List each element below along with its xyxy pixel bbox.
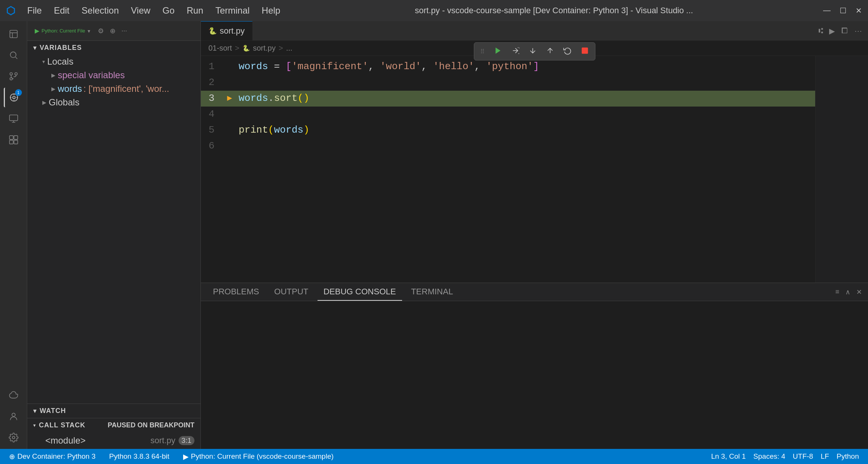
stop-button[interactable] <box>579 45 590 58</box>
special-variables-item[interactable]: ▶ special variables <box>27 68 200 82</box>
tab-sort-py[interactable]: 🐍 sort.py <box>201 21 253 40</box>
svg-point-1 <box>10 52 16 57</box>
restart-button[interactable] <box>562 45 573 58</box>
statusbar-language[interactable]: Python <box>834 452 862 461</box>
activity-search[interactable] <box>4 45 23 65</box>
breadcrumb-file[interactable]: sort.py <box>253 44 276 53</box>
token-bracket-open: [ <box>286 61 292 72</box>
tab-debug-console[interactable]: DEBUG CONSOLE <box>318 283 402 301</box>
split-editor-icon[interactable]: ⑆ <box>819 26 823 35</box>
config-dropdown-icon: ▾ <box>88 28 90 34</box>
menu-view[interactable]: View <box>126 4 155 17</box>
run-file-icon[interactable]: ▶ <box>829 26 835 36</box>
menu-run[interactable]: Run <box>182 4 208 17</box>
activity-source-control[interactable] <box>4 67 23 86</box>
words-variable-item[interactable]: ▶ words : ['magnificent', 'wor... <box>27 82 200 96</box>
svg-point-13 <box>12 436 15 439</box>
activity-account[interactable] <box>4 407 23 426</box>
statusbar-ln-col[interactable]: Ln 3, Col 1 <box>708 452 749 461</box>
tab-output[interactable]: OUTPUT <box>268 283 314 301</box>
menu-selection[interactable]: Selection <box>77 4 123 17</box>
layout-icon[interactable]: ⧠ <box>841 26 848 35</box>
statusbar-eol[interactable]: LF <box>818 452 832 461</box>
line-content-5[interactable]: print(words) <box>236 122 815 138</box>
activity-bar: 1 <box>0 21 27 449</box>
tab-terminal[interactable]: TERMINAL <box>405 283 459 301</box>
activity-explorer[interactable] <box>4 24 23 44</box>
menu-go[interactable]: Go <box>158 4 179 17</box>
callstack-frame-name: <module> <box>45 435 151 446</box>
breadcrumb-ellipsis[interactable]: ... <box>286 44 293 53</box>
token-words-1: words <box>239 61 268 72</box>
callstack-frame-position: 3:1 <box>179 436 194 445</box>
menu-terminal[interactable]: Terminal <box>211 4 254 17</box>
debug-play-button[interactable]: ▶ Python: Current File ▾ <box>32 26 93 36</box>
debug-gear-icon[interactable]: ⚙ <box>96 25 105 37</box>
debug-user-icon[interactable]: ⊕ <box>108 25 117 37</box>
svg-marker-14 <box>495 47 500 54</box>
editor-tabs: 🐍 sort.py ⑆ ▶ ⧠ ⋯ <box>201 21 868 41</box>
line-content-2[interactable] <box>236 75 815 91</box>
minimize-button[interactable]: — <box>823 6 831 15</box>
variables-chevron: ▾ <box>33 44 37 51</box>
continue-pause-button[interactable] <box>492 45 504 58</box>
main-container: 1 ▶ Python: Current File ▾ ⚙ ⊕ <box>0 21 868 449</box>
watch-header[interactable]: ▾ WATCH <box>27 404 200 418</box>
line-content-1[interactable]: words = ['magnificent', 'world', 'hello'… <box>236 59 815 75</box>
activity-settings[interactable] <box>4 428 23 447</box>
statusbar-spaces[interactable]: Spaces: 4 <box>750 452 788 461</box>
code-line-6: 6 <box>201 138 815 154</box>
svg-point-12 <box>12 413 15 416</box>
step-into-button[interactable] <box>527 45 538 58</box>
debug-more-icon[interactable]: ··· <box>120 25 129 36</box>
token-str-hello: 'hello' <box>433 61 474 72</box>
breadcrumb-folder[interactable]: 01-sort <box>208 44 232 53</box>
token-bracket-close: ] <box>533 61 539 72</box>
menu-edit[interactable]: Edit <box>49 4 74 17</box>
panel-close-icon[interactable]: ✕ <box>856 288 862 296</box>
variables-header[interactable]: ▾ VARIABLES <box>27 41 200 55</box>
tab-problems[interactable]: PROBLEMS <box>207 283 265 301</box>
activity-docker[interactable] <box>4 385 23 405</box>
token-words-3: words <box>239 93 268 104</box>
maximize-button[interactable]: ☐ <box>840 6 846 15</box>
editor-top-actions: ⑆ ▶ ⧠ ⋯ <box>812 26 868 36</box>
menu-file[interactable]: File <box>23 4 46 17</box>
drag-handle[interactable]: ⠿ <box>479 46 486 57</box>
activity-remote[interactable] <box>4 109 23 128</box>
run-file-label: Python: Current File (vscode-course-samp… <box>191 452 334 461</box>
globals-label: Globals <box>49 97 79 108</box>
activity-run-debug[interactable]: 1 <box>4 88 23 107</box>
breadcrumb-sep-1: > <box>235 44 239 53</box>
token-comma-3: , <box>474 61 486 72</box>
callstack-frame-file: sort.py <box>151 436 176 445</box>
close-button[interactable]: ✕ <box>856 6 862 15</box>
globals-group[interactable]: ▶ Globals <box>27 96 200 109</box>
step-out-button[interactable] <box>544 45 556 58</box>
statusbar-encoding[interactable]: UTF-8 <box>790 452 816 461</box>
play-icon: ▶ <box>35 27 39 34</box>
panel-area: PROBLEMS OUTPUT DEBUG CONSOLE TERMINAL ≡… <box>201 283 868 449</box>
ln-col-label: Ln 3, Col 1 <box>711 452 746 461</box>
line-content-6[interactable] <box>236 138 815 154</box>
line-content-4[interactable] <box>236 107 815 122</box>
code-editor[interactable]: 1 words = ['magnificent', 'world', 'hell… <box>201 56 815 283</box>
panel-list-icon[interactable]: ≡ <box>835 288 839 296</box>
menu-help[interactable]: Help <box>257 4 285 17</box>
locals-group[interactable]: ▾ Locals <box>27 55 200 68</box>
line-content-3[interactable]: words.sort() <box>236 91 815 107</box>
step-over-button[interactable] <box>510 45 521 58</box>
statusbar-remote[interactable]: ⊕ Dev Container: Python 3 <box>6 452 99 462</box>
activity-extensions[interactable] <box>4 130 23 150</box>
more-actions-icon[interactable]: ⋯ <box>854 26 862 36</box>
statusbar-run-file[interactable]: ▶ Python: Current File (vscode-course-sa… <box>180 452 337 462</box>
debug-console-content[interactable] <box>201 301 868 449</box>
statusbar-python-version[interactable]: Python 3.8.3 64-bit <box>106 452 173 461</box>
remote-label: Dev Container: Python 3 <box>17 452 96 461</box>
line-number-3: 3 <box>201 91 224 107</box>
debug-toolbar: ▶ Python: Current File ▾ ⚙ ⊕ ··· <box>27 21 200 41</box>
callstack-frame-item[interactable]: <module> sort.py 3:1 <box>27 432 200 449</box>
panel-collapse-icon[interactable]: ∧ <box>845 288 850 296</box>
svg-rect-7 <box>9 115 18 121</box>
callstack-header[interactable]: ▾ CALL STACK PAUSED ON BREAKPOINT <box>27 418 200 432</box>
